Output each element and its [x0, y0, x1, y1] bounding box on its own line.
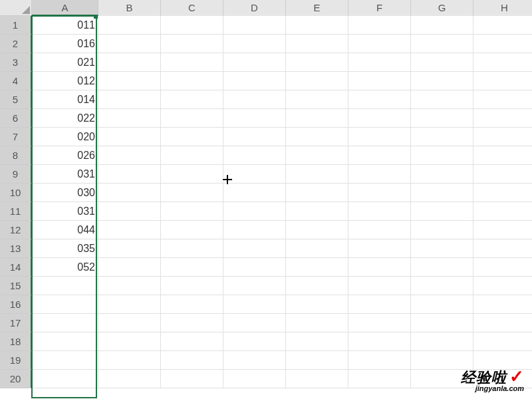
cell-B1[interactable]	[98, 16, 161, 35]
cell-H10[interactable]	[473, 184, 532, 202]
cell-G18[interactable]	[411, 332, 473, 351]
cell-D3[interactable]	[223, 53, 286, 72]
cell-D9[interactable]	[223, 165, 286, 184]
cell-F20[interactable]	[348, 370, 411, 388]
column-header-C[interactable]: C	[161, 0, 223, 16]
cell-D17[interactable]	[223, 314, 286, 332]
row-header-14[interactable]: 14	[0, 258, 32, 277]
cell-B10[interactable]	[98, 184, 161, 202]
cell-E4[interactable]	[286, 72, 348, 90]
cell-E12[interactable]	[286, 221, 348, 239]
cell-E9[interactable]	[286, 165, 348, 184]
cell-H7[interactable]	[473, 128, 532, 146]
cell-E2[interactable]	[286, 35, 348, 53]
cell-C18[interactable]	[161, 332, 223, 351]
cell-C16[interactable]	[161, 295, 223, 314]
cell-F8[interactable]	[348, 146, 411, 165]
column-header-B[interactable]: B	[98, 0, 161, 16]
cell-D7[interactable]	[223, 128, 286, 146]
cell-C20[interactable]	[161, 370, 223, 388]
cell-A9[interactable]: 031	[32, 165, 98, 184]
column-header-D[interactable]: D	[223, 0, 286, 16]
cell-C19[interactable]	[161, 351, 223, 370]
cell-D12[interactable]	[223, 221, 286, 239]
cell-G19[interactable]	[411, 351, 473, 370]
cell-B12[interactable]	[98, 221, 161, 239]
cell-C4[interactable]	[161, 72, 223, 90]
cell-E20[interactable]	[286, 370, 348, 388]
cell-B16[interactable]	[98, 295, 161, 314]
cell-F17[interactable]	[348, 314, 411, 332]
cell-G6[interactable]	[411, 109, 473, 128]
cell-H11[interactable]	[473, 202, 532, 221]
cell-B17[interactable]	[98, 314, 161, 332]
cell-D5[interactable]	[223, 90, 286, 109]
row-header-9[interactable]: 9	[0, 165, 32, 184]
cell-G4[interactable]	[411, 72, 473, 90]
cell-D1[interactable]	[223, 16, 286, 35]
cell-F16[interactable]	[348, 295, 411, 314]
cell-H18[interactable]	[473, 332, 532, 351]
cell-G16[interactable]	[411, 295, 473, 314]
cell-F11[interactable]	[348, 202, 411, 221]
cell-H12[interactable]	[473, 221, 532, 239]
cell-D13[interactable]	[223, 239, 286, 258]
row-header-2[interactable]: 2	[0, 35, 32, 53]
cell-F19[interactable]	[348, 351, 411, 370]
cell-H2[interactable]	[473, 35, 532, 53]
cell-H4[interactable]	[473, 72, 532, 90]
cell-E16[interactable]	[286, 295, 348, 314]
cell-F1[interactable]	[348, 16, 411, 35]
cell-H16[interactable]	[473, 295, 532, 314]
cell-F15[interactable]	[348, 277, 411, 295]
cell-C7[interactable]	[161, 128, 223, 146]
cell-A16[interactable]	[32, 295, 98, 314]
cell-C13[interactable]	[161, 239, 223, 258]
cell-E3[interactable]	[286, 53, 348, 72]
cell-H14[interactable]	[473, 258, 532, 277]
cell-B2[interactable]	[98, 35, 161, 53]
cell-E6[interactable]	[286, 109, 348, 128]
cell-H6[interactable]	[473, 109, 532, 128]
cell-C12[interactable]	[161, 221, 223, 239]
cell-C9[interactable]	[161, 165, 223, 184]
cell-D19[interactable]	[223, 351, 286, 370]
cell-A15[interactable]	[32, 277, 98, 295]
row-header-11[interactable]: 11	[0, 202, 32, 221]
cell-G15[interactable]	[411, 277, 473, 295]
cell-B3[interactable]	[98, 53, 161, 72]
cell-G3[interactable]	[411, 53, 473, 72]
cell-H5[interactable]	[473, 90, 532, 109]
cell-C1[interactable]	[161, 16, 223, 35]
cell-F5[interactable]	[348, 90, 411, 109]
cell-B9[interactable]	[98, 165, 161, 184]
cell-A20[interactable]	[32, 370, 98, 388]
cell-D16[interactable]	[223, 295, 286, 314]
cell-B13[interactable]	[98, 239, 161, 258]
row-header-17[interactable]: 17	[0, 314, 32, 332]
column-header-G[interactable]: G	[411, 0, 473, 16]
cell-A17[interactable]	[32, 314, 98, 332]
cell-E11[interactable]	[286, 202, 348, 221]
cell-D11[interactable]	[223, 202, 286, 221]
cell-D14[interactable]	[223, 258, 286, 277]
cell-A14[interactable]: 052	[32, 258, 98, 277]
column-header-F[interactable]: F	[348, 0, 411, 16]
cell-A10[interactable]: 030	[32, 184, 98, 202]
cell-D18[interactable]	[223, 332, 286, 351]
row-header-19[interactable]: 19	[0, 351, 32, 370]
cell-G17[interactable]	[411, 314, 473, 332]
cell-G12[interactable]	[411, 221, 473, 239]
cell-B8[interactable]	[98, 146, 161, 165]
cell-E8[interactable]	[286, 146, 348, 165]
cell-B5[interactable]	[98, 90, 161, 109]
cell-G14[interactable]	[411, 258, 473, 277]
cell-A18[interactable]	[32, 332, 98, 351]
row-header-5[interactable]: 5	[0, 90, 32, 109]
column-header-E[interactable]: E	[286, 0, 348, 16]
row-header-15[interactable]: 15	[0, 277, 32, 295]
cell-F4[interactable]	[348, 72, 411, 90]
cell-F3[interactable]	[348, 53, 411, 72]
cell-H8[interactable]	[473, 146, 532, 165]
row-header-3[interactable]: 3	[0, 53, 32, 72]
